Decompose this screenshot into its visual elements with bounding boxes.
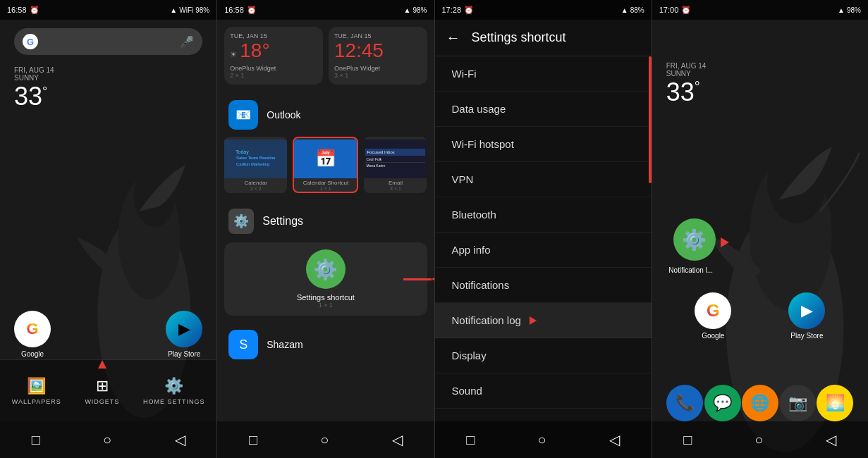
- nav-square-2[interactable]: □: [249, 432, 257, 448]
- alarm-icon-2: ⏰: [247, 6, 257, 15]
- nav-square-4[interactable]: □: [683, 432, 692, 448]
- camera-icon-4[interactable]: 📷: [779, 385, 816, 421]
- outlook-row[interactable]: 📧 Outlook: [224, 93, 427, 137]
- outlook-label: Outlook: [267, 109, 300, 120]
- home-settings-shortcut[interactable]: ⚙️ HOME SETTINGS: [143, 377, 205, 405]
- dock-apps: G Google ▶ Play Store: [14, 311, 202, 358]
- nav-circle-3[interactable]: ○: [538, 432, 546, 448]
- widget-thumbs-row: Today Sales Team Bassline Carlton Market…: [224, 137, 427, 193]
- nav-back-3[interactable]: ◁: [609, 431, 620, 448]
- panel-widget-picker: 16:58 ⏰ ▲ 98% TUE, JAN 15 ☀ 18° OnePlus …: [217, 0, 434, 458]
- arrow-head: [432, 273, 434, 285]
- gallery-icon-4[interactable]: 🌅: [817, 385, 853, 421]
- date-weather-widget-4: FRI, AUG 14 SUNNY 33°: [652, 20, 868, 113]
- status-bar-2: 16:58 ⏰ ▲ 98%: [217, 0, 434, 20]
- settings-sound[interactable]: Sound: [435, 373, 652, 409]
- settings-notifications[interactable]: Notifications: [435, 268, 652, 303]
- alarm-icon-4: ⏰: [681, 6, 691, 15]
- nav-bar-3: □ ○ ◁: [435, 421, 652, 458]
- widget-1-size: 2 × 1: [230, 72, 317, 79]
- nav-back-4[interactable]: ◁: [826, 431, 836, 448]
- calendar-thumb[interactable]: Today Sales Team Bassline Carlton Market…: [224, 137, 287, 193]
- settings-row[interactable]: ⚙️ Settings: [224, 200, 427, 242]
- mic-icon[interactable]: 🎤: [180, 35, 194, 49]
- wallpapers-shortcut[interactable]: 🖼️ WALLPAPERS: [12, 377, 61, 405]
- wifi-icon: WiFi: [179, 6, 193, 14]
- weather-widgets-row: TUE, JAN 15 ☀ 18° OnePlus Widget 2 × 1 T…: [224, 27, 427, 85]
- nav-back[interactable]: ◁: [175, 431, 185, 448]
- home-settings-label: HOME SETTINGS: [143, 398, 205, 405]
- settings-gear-icon: ⚙️: [228, 209, 254, 234]
- notification-log-label: Notification l...: [659, 266, 723, 274]
- nav-back-2[interactable]: ◁: [392, 431, 403, 448]
- weather-widget-2[interactable]: TUE, JAN 15 12:45 OnePlus Widget 3 × 1: [329, 27, 427, 85]
- settings-shortcut-header: ← Settings shortcut: [435, 20, 652, 56]
- settings-wifi[interactable]: Wi-Fi: [435, 56, 652, 92]
- time-2: 16:58: [224, 6, 244, 14]
- alarm-icon-3: ⏰: [464, 6, 474, 15]
- calendar-shortcut-thumb[interactable]: 📅 Calendar Shortcut 1 × 1: [293, 137, 358, 193]
- phone-icon-4[interactable]: 📞: [666, 385, 703, 421]
- chat-icon-4[interactable]: 💬: [704, 385, 741, 421]
- play-store-icon-4: ▶: [788, 292, 825, 329]
- search-bar[interactable]: G 🎤: [14, 28, 202, 55]
- nav-square-3[interactable]: □: [466, 432, 475, 448]
- wallpapers-label: WALLPAPERS: [12, 398, 61, 405]
- play-store-app[interactable]: ▶ Play Store: [166, 311, 202, 358]
- settings-vpn[interactable]: VPN: [435, 162, 652, 197]
- outlook-icon: 📧: [228, 100, 258, 130]
- widgets-icon: ⊞: [96, 377, 109, 395]
- nav-square[interactable]: □: [32, 432, 40, 448]
- settings-do-not-disturb[interactable]: Do Not Disturb: [435, 409, 652, 421]
- calendar-thumb-size: 2 × 2: [250, 186, 262, 191]
- settings-bluetooth[interactable]: Bluetooth: [435, 197, 652, 233]
- widgets-shortcut[interactable]: ⊞ WIDGETS: [85, 377, 119, 405]
- battery-2: 98%: [412, 6, 427, 14]
- widget-1-temp: 18°: [240, 39, 269, 62]
- shazam-row[interactable]: S Shazam: [224, 323, 427, 366]
- notification-icon-arrow: [721, 237, 729, 247]
- settings-shortcut-section: ⚙️ Settings shortcut 1 × 1: [224, 242, 427, 316]
- weather-widget-1[interactable]: TUE, JAN 15 ☀ 18° OnePlus Widget 2 × 1: [224, 27, 323, 85]
- chrome-icon-4[interactable]: 🌐: [742, 385, 778, 421]
- calendar-preview: Today Sales Team Bassline Carlton Market…: [224, 140, 287, 178]
- signal-icon-4: ▲: [838, 6, 845, 14]
- weather-icon-1: ☀: [230, 50, 237, 59]
- bottom-shortcut-bar: 🖼️ WALLPAPERS ⊞ WIDGETS ⚙️ HOME SETTINGS: [0, 359, 216, 421]
- signal-icon-2: ▲: [404, 6, 411, 14]
- email-preview: Focused Inbox Cecil Folk Mona Karim: [364, 140, 427, 178]
- notification-log-arrow: [530, 316, 537, 325]
- play-store-app-4[interactable]: ▶ Play Store: [788, 292, 825, 340]
- google-icon-4: G: [695, 292, 731, 329]
- panel-home-screen-2: 17:00 ⏰ ▲ 98% FRI, AUG 14 SUNNY 33° ⚙️ N…: [652, 0, 868, 458]
- settings-shortcut-card[interactable]: ⚙️ Settings shortcut 1 × 1: [224, 242, 427, 316]
- email-thumb[interactable]: Focused Inbox Cecil Folk Mona Karim Emai…: [364, 137, 427, 193]
- settings-label: Settings: [262, 215, 303, 228]
- settings-display[interactable]: Display: [435, 338, 652, 373]
- nav-circle[interactable]: ○: [103, 432, 111, 448]
- nav-bar-2: □ ○ ◁: [217, 421, 434, 458]
- widget-2-size: 3 × 1: [334, 72, 422, 79]
- settings-data-usage[interactable]: Data usage: [435, 92, 652, 127]
- nav-bar-4: □ ○ ◁: [652, 421, 868, 458]
- red-arrow-indicator: [403, 273, 434, 285]
- red-arrow-up: [98, 360, 106, 369]
- day-label-4: FRI, AUG 14: [666, 62, 854, 70]
- settings-notification-log[interactable]: Notification log: [435, 303, 652, 338]
- nav-circle-2[interactable]: ○: [320, 432, 329, 448]
- email-thumb-size: 3 × 1: [390, 186, 401, 191]
- notification-log-icon[interactable]: ⚙️: [673, 218, 716, 261]
- email-thumb-label: Email: [389, 180, 403, 186]
- nav-circle-4[interactable]: ○: [754, 432, 763, 448]
- temperature-4: 33°: [666, 78, 854, 107]
- settings-wifi-hotspot[interactable]: Wi-Fi hotspot: [435, 127, 652, 162]
- settings-app-info[interactable]: App info: [435, 233, 652, 268]
- settings-list: Wi-Fi Data usage Wi-Fi hotspot VPN Bluet…: [435, 56, 652, 421]
- nav-bar-1: □ ○ ◁: [0, 421, 216, 458]
- bottom-apps-row-4: G Google ▶ Play Store: [652, 292, 868, 340]
- widget-picker-content: TUE, JAN 15 ☀ 18° OnePlus Widget 2 × 1 T…: [217, 20, 434, 421]
- google-app-4[interactable]: G Google: [695, 292, 731, 340]
- back-button[interactable]: ←: [446, 30, 460, 46]
- google-app[interactable]: G Google: [14, 311, 51, 358]
- google-label-4: Google: [702, 332, 724, 340]
